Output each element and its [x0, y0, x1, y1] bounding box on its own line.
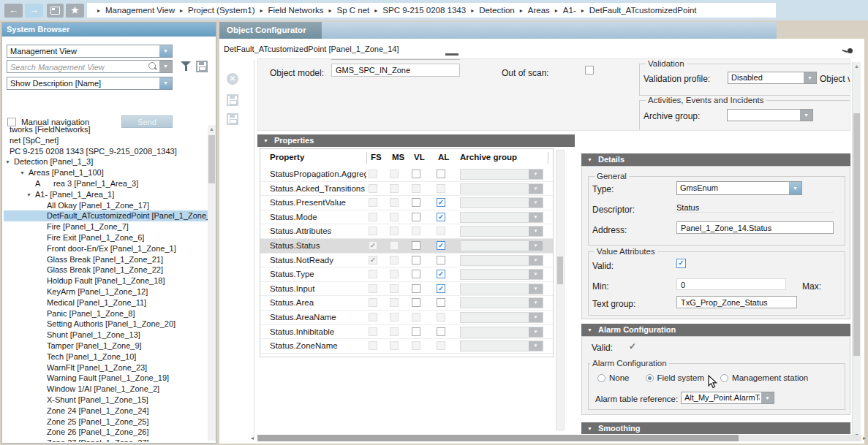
chevron-down-icon[interactable]: ▼: [159, 61, 172, 72]
property-row[interactable]: Status.Input✓▼: [260, 282, 553, 297]
properties-scrollbar[interactable]: [556, 150, 565, 430]
cancel-icon[interactable]: ✕: [227, 73, 238, 85]
property-row[interactable]: Status.AreaName▼: [260, 311, 553, 325]
archive-group-dropdown[interactable]: ▼: [460, 312, 543, 323]
tree-item[interactable]: Shunt [Panel_1_Zone_13]: [4, 330, 208, 341]
min-input[interactable]: 0: [676, 278, 786, 290]
scroll-left-icon[interactable]: ◂: [251, 435, 254, 441]
pin-icon[interactable]: [842, 48, 853, 54]
tree-item[interactable]: Window 1/Al [Panel_1_Zone_2]: [4, 384, 208, 395]
vl-checkbox[interactable]: [412, 213, 420, 221]
al-checkbox[interactable]: [437, 327, 445, 336]
archive-group-dropdown[interactable]: ▼: [460, 197, 543, 208]
tree-scrollbar[interactable]: ▲: [208, 125, 216, 441]
collapse-icon[interactable]: ▼: [587, 327, 592, 332]
al-checkbox[interactable]: ✓: [437, 284, 445, 293]
tree-item[interactable]: ▼Detection [Panel_1_3]: [4, 156, 208, 167]
expander-icon[interactable]: ▼: [5, 157, 12, 167]
smoothing-section-header[interactable]: ▼Smoothing: [581, 422, 850, 434]
breadcrumb-item[interactable]: Project (System1): [188, 6, 254, 15]
tree-item[interactable]: Tamper [Panel_1_Zone_9]: [4, 341, 208, 351]
tree-item[interactable]: Holdup Fault [Panel_1_Zone_18]: [4, 275, 208, 286]
scroll-right-icon[interactable]: ▸: [863, 435, 866, 441]
archive-group-dropdown[interactable]: ▼: [460, 297, 543, 308]
property-row[interactable]: StatusPropagation.Aggregat▼: [260, 167, 553, 182]
property-row[interactable]: Status.ZoneName▼: [260, 339, 553, 354]
archive-group-dropdown[interactable]: ▼: [460, 169, 543, 180]
tree-item[interactable]: PC 9-215 0208 1343 [SPC_9-215_0208_1343]: [4, 146, 208, 157]
filter-icon[interactable]: [181, 61, 192, 71]
description-dropdown[interactable]: Show Description [Name] ▼: [7, 77, 173, 90]
tree-item[interactable]: Fire Exit [Panel_1_Zone_6]: [4, 232, 208, 243]
radio-option[interactable]: None: [597, 373, 630, 382]
al-checkbox[interactable]: ✓: [437, 213, 445, 221]
expander-icon[interactable]: ▼: [20, 168, 26, 178]
archive-group-dropdown[interactable]: ▼: [460, 255, 543, 266]
tree-item[interactable]: X-Shunt [Panel_1_Zone_15]: [4, 395, 208, 406]
search-icon[interactable]: [148, 62, 156, 69]
radio-icon[interactable]: [720, 374, 728, 382]
property-row[interactable]: Status.PresentValue✓▼: [260, 196, 553, 210]
property-row[interactable]: Status.Attributes▼: [260, 224, 553, 239]
al-checkbox[interactable]: ✓: [437, 241, 445, 250]
tree-item[interactable]: KeyArm [Panel_1_Zone_12]: [4, 286, 208, 297]
descriptor-value[interactable]: Status: [676, 203, 834, 213]
validation-profile-dropdown[interactable]: Disabled ▼: [728, 72, 817, 84]
tree-item[interactable]: ▼A1- [Panel_1_Area_1]: [4, 189, 208, 200]
scrollbar-thumb[interactable]: [208, 135, 215, 183]
tree-item[interactable]: Zone 24 [Panel_1_Zone_24]: [4, 406, 208, 417]
tab-object-configurator[interactable]: Object Configurator: [219, 22, 322, 39]
archive-group-dropdown[interactable]: ▼: [460, 240, 543, 251]
tree-item[interactable]: Warning Fault [Panel_1_Zone_19]: [4, 373, 208, 384]
breadcrumb-item[interactable]: DetFault_ATcustomizedPoint: [589, 6, 697, 15]
collapse-icon[interactable]: ▼: [263, 138, 268, 143]
radio-icon[interactable]: [646, 374, 654, 382]
save-icon[interactable]: [227, 94, 238, 106]
al-checkbox[interactable]: [437, 298, 445, 307]
horizontal-scrollbar[interactable]: [257, 435, 861, 441]
tree-item[interactable]: Front door-En/Ex [Panel_1_Zone_1]: [4, 243, 208, 254]
scroll-up-icon[interactable]: ▲: [853, 62, 861, 70]
tree-item[interactable]: All Okay [Panel_1_Zone_17]: [4, 200, 208, 211]
forward-button[interactable]: →: [25, 4, 43, 18]
tree-item[interactable]: Glass Break [Panel_1_Zone_22]: [4, 265, 208, 275]
tree-item[interactable]: Zone 26 [Panel_1_Zone_26]: [4, 427, 208, 438]
tree-item[interactable]: net [SpC_net]: [4, 135, 208, 146]
alarm-table-reference-dropdown[interactable]: Alt_My_Point.AlarmTable ▼: [681, 392, 774, 404]
chevron-down-icon[interactable]: ▼: [159, 45, 172, 57]
archive-group-dropdown[interactable]: ▼: [460, 284, 543, 294]
details-section-header[interactable]: ▼Details: [581, 153, 850, 166]
al-checkbox[interactable]: ✓: [437, 270, 445, 278]
archive-group-dropdown[interactable]: ▼: [460, 341, 543, 351]
out-of-scan-checkbox[interactable]: [585, 66, 594, 75]
tree-item[interactable]: Tech [Panel_1_Zone_10]: [4, 351, 208, 362]
valid-checkbox[interactable]: ✓: [676, 259, 686, 268]
chevron-down-icon[interactable]: ▼: [159, 77, 172, 89]
scrollbar-thumb[interactable]: [557, 256, 563, 284]
view-dropdown[interactable]: Management View ▼: [7, 45, 173, 58]
al-checkbox[interactable]: [437, 170, 445, 178]
archive-group-dropdown[interactable]: ▼: [460, 183, 543, 194]
breadcrumb-item[interactable]: A1-: [563, 6, 576, 15]
property-row[interactable]: Status.Inhibitable▼: [260, 325, 553, 340]
object-model-input[interactable]: GMS_SPC_IN_Zone: [331, 64, 460, 77]
breadcrumb-item[interactable]: Areas: [528, 6, 550, 15]
tree-item[interactable]: Zone 27 [Panel_1_Zone_27]: [4, 438, 208, 442]
tree-item[interactable]: WarnFlt [Panel_1_Zone_23]: [4, 362, 208, 373]
back-button[interactable]: ←: [4, 4, 23, 18]
expander-icon[interactable]: ▼: [26, 190, 33, 200]
breadcrumb-item[interactable]: SPC 9-215 0208 1343: [382, 6, 466, 15]
vl-checkbox[interactable]: [412, 198, 420, 207]
tree-item[interactable]: DetFault_ATcustomizedPoint [Panel_1_Zone…: [4, 210, 208, 221]
archive-group-dropdown[interactable]: ▼: [460, 226, 543, 237]
property-row[interactable]: Status.Acked_Transitions▼: [260, 182, 553, 197]
property-row[interactable]: Status.NotReady✓▼: [260, 254, 553, 268]
vl-checkbox[interactable]: [412, 284, 420, 293]
property-row[interactable]: Status.Mode✓▼: [260, 210, 553, 225]
save-search-icon[interactable]: [196, 61, 208, 72]
archive-group-dropdown[interactable]: ▼: [460, 269, 543, 280]
collapse-icon[interactable]: ▼: [587, 426, 592, 431]
breadcrumb-item[interactable]: Management View: [105, 6, 175, 15]
archive-group-dropdown[interactable]: ▼: [460, 212, 543, 223]
tree-item[interactable]: A rea 3 [Panel_1_Area_3]: [4, 178, 208, 189]
